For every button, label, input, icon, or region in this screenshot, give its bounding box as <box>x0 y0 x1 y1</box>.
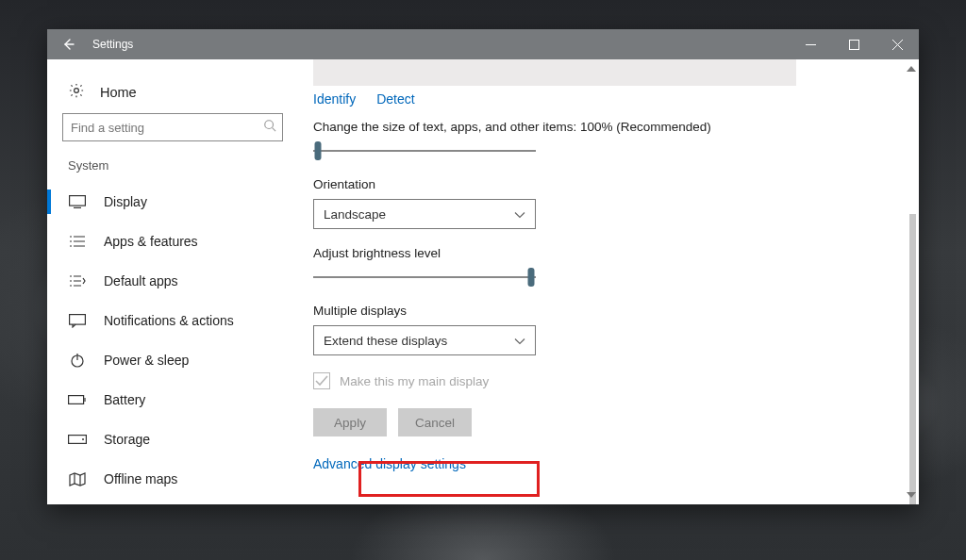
slider-track <box>313 150 536 152</box>
scroll-down-icon[interactable] <box>906 489 917 501</box>
search-input[interactable] <box>63 114 282 140</box>
main-display-checkbox <box>313 372 330 389</box>
detect-link[interactable]: Detect <box>376 91 414 107</box>
check-icon <box>315 375 328 387</box>
home-label: Home <box>100 85 137 100</box>
scale-label: Change the size of text, apps, and other… <box>313 120 881 134</box>
sidebar-item-battery[interactable]: Battery <box>47 380 313 420</box>
battery-icon <box>68 391 87 408</box>
svg-point-8 <box>82 438 84 440</box>
chevron-down-icon <box>514 207 525 222</box>
slider-thumb[interactable] <box>314 141 321 160</box>
scale-slider[interactable] <box>313 141 536 160</box>
slider-track <box>313 276 536 278</box>
slider-thumb[interactable] <box>528 268 535 287</box>
sidebar-item-label: Offline maps <box>104 471 177 486</box>
home-nav[interactable]: Home <box>47 76 313 113</box>
sidebar: Home System Display Apps & featur <box>47 59 313 504</box>
identify-link[interactable]: Identify <box>313 91 356 107</box>
cancel-button: Cancel <box>398 408 472 436</box>
window-title: Settings <box>89 38 133 51</box>
scrollbar-thumb[interactable] <box>909 214 916 504</box>
orientation-label: Orientation <box>313 177 881 191</box>
orientation-select[interactable]: Landscape <box>313 199 536 229</box>
svg-point-1 <box>75 89 79 93</box>
main-display-label: Make this my main display <box>340 374 489 388</box>
arrow-left-icon <box>60 37 75 52</box>
storage-icon <box>68 431 87 448</box>
sidebar-item-label: Display <box>104 194 147 209</box>
display-arrangement-area[interactable] <box>313 59 796 86</box>
orientation-value: Landscape <box>324 207 386 222</box>
gear-icon <box>68 82 85 102</box>
maximize-button[interactable] <box>832 29 875 59</box>
svg-rect-6 <box>69 396 84 404</box>
sidebar-item-label: Apps & features <box>104 234 198 249</box>
map-icon <box>68 470 87 487</box>
close-icon <box>892 40 903 50</box>
sidebar-item-label: Power & sleep <box>104 353 189 368</box>
defaults-icon <box>68 272 87 289</box>
sidebar-item-default-apps[interactable]: Default apps <box>47 261 313 301</box>
sidebar-nav: Display Apps & features Default apps Not… <box>47 182 313 499</box>
multiple-displays-select[interactable]: Extend these displays <box>313 325 536 355</box>
maximize-icon <box>849 40 859 50</box>
sidebar-item-display[interactable]: Display <box>47 182 313 222</box>
brightness-slider[interactable] <box>313 268 536 287</box>
search-box[interactable] <box>62 113 283 141</box>
main-display-checkbox-row: Make this my main display <box>313 372 881 389</box>
brightness-label: Adjust brightness level <box>313 246 881 260</box>
titlebar: Settings <box>47 29 919 59</box>
sidebar-item-label: Storage <box>104 432 150 447</box>
power-icon <box>68 352 87 369</box>
sidebar-item-apps[interactable]: Apps & features <box>47 222 313 261</box>
sidebar-item-power[interactable]: Power & sleep <box>47 340 313 380</box>
sidebar-group-label: System <box>47 158 313 182</box>
svg-rect-0 <box>849 40 858 49</box>
svg-rect-4 <box>70 314 86 324</box>
sidebar-item-storage[interactable]: Storage <box>47 420 313 459</box>
chevron-down-icon <box>514 334 525 348</box>
sidebar-item-label: Battery <box>104 392 145 407</box>
close-button[interactable] <box>875 29 919 59</box>
multiple-displays-value: Extend these displays <box>324 334 447 348</box>
minimize-icon <box>806 40 816 50</box>
sidebar-item-offline-maps[interactable]: Offline maps <box>47 459 313 499</box>
chat-icon <box>68 312 87 329</box>
back-button[interactable] <box>47 29 89 59</box>
minimize-button[interactable] <box>789 29 832 59</box>
sidebar-item-notifications[interactable]: Notifications & actions <box>47 301 313 340</box>
settings-window: Settings Home System <box>47 29 919 504</box>
list-icon <box>68 233 87 250</box>
monitor-icon <box>68 193 87 210</box>
svg-rect-3 <box>70 196 86 206</box>
sidebar-item-label: Default apps <box>104 273 178 288</box>
sidebar-item-label: Notifications & actions <box>104 313 234 328</box>
scrollbar[interactable] <box>906 63 917 501</box>
advanced-display-settings-link[interactable]: Advanced display settings <box>313 456 466 471</box>
apply-button: Apply <box>313 408 387 436</box>
multiple-displays-label: Multiple displays <box>313 304 881 318</box>
content-pane: Identify Detect Change the size of text,… <box>313 59 919 504</box>
